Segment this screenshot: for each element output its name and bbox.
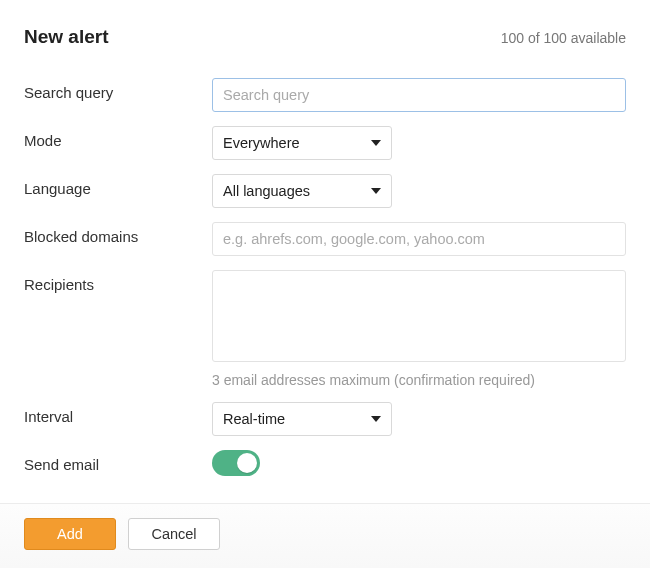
chevron-down-icon [371, 188, 381, 194]
row-recipients: Recipients 3 email addresses maximum (co… [24, 270, 626, 388]
label-interval: Interval [24, 402, 212, 425]
row-blocked-domains: Blocked domains [24, 222, 626, 256]
label-language: Language [24, 174, 212, 197]
new-alert-dialog: New alert 100 of 100 available Search qu… [0, 0, 650, 568]
dialog-header: New alert 100 of 100 available [0, 0, 650, 58]
row-interval: Interval Real-time [24, 402, 626, 436]
row-send-email: Send email [24, 450, 626, 476]
dialog-title: New alert [24, 26, 108, 48]
recipients-hint: 3 email addresses maximum (confirmation … [212, 372, 626, 388]
dialog-footer: Add Cancel [0, 503, 650, 568]
row-language: Language All languages [24, 174, 626, 208]
label-search-query: Search query [24, 78, 212, 101]
interval-selected-value: Real-time [223, 411, 363, 427]
mode-selected-value: Everywhere [223, 135, 363, 151]
blocked-domains-input[interactable] [212, 222, 626, 256]
label-recipients: Recipients [24, 270, 212, 293]
label-send-email: Send email [24, 450, 212, 473]
label-mode: Mode [24, 126, 212, 149]
language-select[interactable]: All languages [212, 174, 392, 208]
add-button[interactable]: Add [24, 518, 116, 550]
chevron-down-icon [371, 416, 381, 422]
search-query-input[interactable] [212, 78, 626, 112]
available-count: 100 of 100 available [501, 30, 626, 46]
send-email-toggle[interactable] [212, 450, 260, 476]
recipients-textarea[interactable] [212, 270, 626, 362]
mode-select[interactable]: Everywhere [212, 126, 392, 160]
chevron-down-icon [371, 140, 381, 146]
toggle-knob [237, 453, 257, 473]
interval-select[interactable]: Real-time [212, 402, 392, 436]
row-search-query: Search query [24, 78, 626, 112]
language-selected-value: All languages [223, 183, 363, 199]
dialog-body: Search query Mode Everywhere Language Al… [0, 58, 650, 476]
cancel-button[interactable]: Cancel [128, 518, 220, 550]
row-mode: Mode Everywhere [24, 126, 626, 160]
label-blocked-domains: Blocked domains [24, 222, 212, 245]
